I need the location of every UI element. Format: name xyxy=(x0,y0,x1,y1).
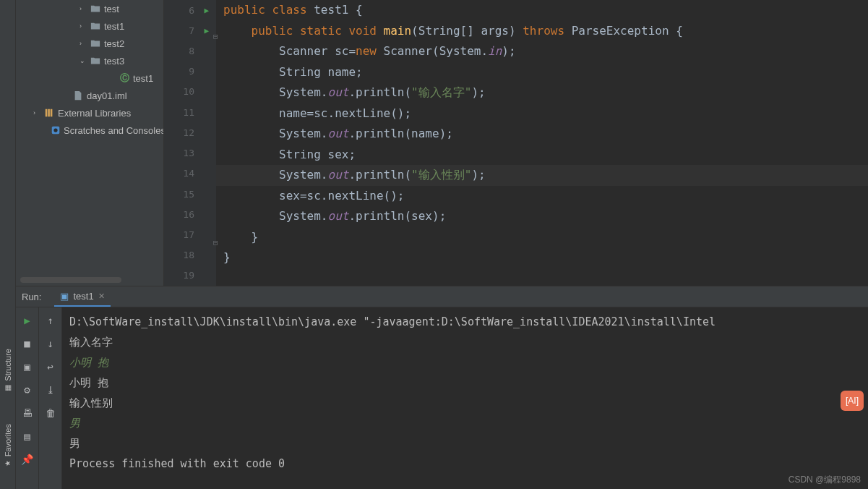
console-line: 男 xyxy=(69,413,861,433)
code-line[interactable]: sex=sc.nextLine(); xyxy=(216,186,868,207)
clear-button[interactable]: 🗑 xyxy=(43,406,58,420)
left-tool-strip: ▦ Structure ★ Favorites xyxy=(0,0,16,489)
code-line[interactable]: System.out.println(name); xyxy=(216,124,868,145)
close-icon[interactable]: ✕ xyxy=(98,292,105,301)
code-line[interactable]: System.out.println("输入名字"); xyxy=(216,82,868,103)
favorites-icon: ★ xyxy=(4,460,12,467)
code-area[interactable]: public class test1 {⊟ public static void… xyxy=(216,0,868,286)
run-gutter-icon[interactable]: ▶ xyxy=(204,26,209,35)
code-line[interactable]: String sex; xyxy=(216,145,868,166)
soft-wrap-button[interactable]: ↩ xyxy=(43,360,58,374)
gutter-line[interactable]: 9 xyxy=(164,61,216,82)
console-line: Process finished with exit code 0 xyxy=(69,454,861,474)
console-line: D:\SoftWare_install\JDK\install\bin\java… xyxy=(69,312,861,332)
chevron-icon[interactable]: ⌄ xyxy=(80,57,87,64)
gutter-line[interactable]: 18 xyxy=(164,245,216,265)
run-label: Run: xyxy=(22,292,41,302)
folder-icon xyxy=(90,55,101,67)
tree-item-label: day01.iml xyxy=(87,90,127,101)
up-button[interactable]: ↑ xyxy=(43,313,58,328)
run-header: Run: ▣ test1 ✕ xyxy=(16,286,868,307)
tree-scrollbar[interactable] xyxy=(20,277,121,283)
gutter-line[interactable]: 16 xyxy=(164,204,216,224)
tree-item[interactable]: Ⓒtest1 xyxy=(16,69,163,87)
chevron-icon[interactable]: › xyxy=(80,22,87,30)
stop-button[interactable]: ■ xyxy=(20,336,35,351)
gutter-line[interactable]: 7▶ xyxy=(164,20,216,41)
pin-button[interactable]: 📌 xyxy=(20,452,35,467)
scroll-end-button[interactable]: ⤓ xyxy=(43,383,58,397)
tree-item[interactable]: ›test2 xyxy=(16,35,163,52)
favorites-tab[interactable]: ★ Favorites xyxy=(2,421,14,470)
console-line: 输入名字 xyxy=(69,332,861,352)
settings-button[interactable]: ⚙ xyxy=(20,383,35,397)
code-line[interactable]: } xyxy=(216,247,868,268)
chevron-icon[interactable]: › xyxy=(80,5,87,12)
code-line[interactable]: name=sc.nextLine(); xyxy=(216,103,868,124)
run-gutter-icon[interactable]: ▶ xyxy=(204,6,209,15)
tree-item-label: test1 xyxy=(133,73,153,84)
console-line: 小明 抱 xyxy=(69,373,861,393)
file-icon xyxy=(72,90,84,101)
gutter-line[interactable]: 8 xyxy=(164,41,216,61)
gutter-line[interactable]: 6▶ xyxy=(164,0,216,20)
editor-gutter: 6▶7▶8910111213141516171819 xyxy=(164,0,216,286)
run-tab[interactable]: ▣ test1 ✕ xyxy=(54,286,110,307)
tree-item-label: test xyxy=(104,4,119,14)
run-panel: Run: ▣ test1 ✕ ▶ ■ ▣ ⚙ 🖶 ▤ 📌 ↑ xyxy=(16,286,868,489)
folder-icon xyxy=(90,20,101,32)
svg-point-1 xyxy=(53,128,57,132)
gutter-line[interactable]: 12 xyxy=(164,122,216,143)
folder-icon xyxy=(90,38,101,49)
lib-icon xyxy=(43,107,55,119)
gutter-line[interactable]: 17 xyxy=(164,224,216,244)
code-line[interactable]: ⊟ } xyxy=(216,227,868,248)
structure-tab[interactable]: ▦ Structure xyxy=(2,346,14,395)
code-line[interactable]: Scanner sc=new Scanner(System.in); xyxy=(216,41,868,62)
gutter-line[interactable]: 14 xyxy=(164,163,216,184)
console-line: 男 xyxy=(69,433,861,454)
watermark: CSDN @编程9898 xyxy=(788,474,861,486)
code-line[interactable]: String name; xyxy=(216,62,868,83)
gutter-line[interactable]: 10 xyxy=(164,82,216,102)
down-button[interactable]: ↓ xyxy=(43,336,58,351)
tree-item[interactable]: ›External Libraries xyxy=(16,104,163,122)
project-tree[interactable]: ›test›test1›test2⌄test3Ⓒtest1day01.iml›E… xyxy=(16,0,164,286)
tree-item-label: External Libraries xyxy=(58,108,131,119)
code-editor[interactable]: 6▶7▶8910111213141516171819 public class … xyxy=(164,0,868,286)
print-button[interactable]: 🖶 xyxy=(20,406,35,420)
console-line: 小明 抱 xyxy=(69,352,861,373)
structure-label: Structure xyxy=(4,349,12,381)
gutter-line[interactable]: 19 xyxy=(164,265,216,286)
layout-button[interactable]: ▤ xyxy=(20,429,35,443)
rerun-button[interactable]: ▶ xyxy=(20,313,35,328)
tree-item-label: test1 xyxy=(104,21,124,32)
tree-item-label: test2 xyxy=(104,38,124,49)
tree-item-label: Scratches and Consoles xyxy=(64,125,164,136)
run-toolbar: ▶ ■ ▣ ⚙ 🖶 ▤ 📌 ↑ ↓ ↩ ⤓ 🗑 xyxy=(16,307,62,489)
favorites-label: Favorites xyxy=(4,424,12,456)
chevron-icon[interactable]: › xyxy=(80,40,87,47)
code-line[interactable]: ⊟ public static void main(String[] args)… xyxy=(216,21,868,42)
code-line[interactable]: public class test1 { xyxy=(216,0,868,21)
structure-icon: ▦ xyxy=(4,385,12,391)
ai-badge[interactable]: [AI] xyxy=(841,391,864,411)
folder-icon xyxy=(90,3,101,14)
class-icon: Ⓒ xyxy=(119,72,130,84)
tree-item[interactable]: ⌄test3 xyxy=(16,52,163,69)
camera-button[interactable]: ▣ xyxy=(20,360,35,374)
run-tab-label: test1 xyxy=(73,291,93,302)
code-line[interactable]: System.out.println(sex); xyxy=(216,206,868,227)
tree-item[interactable]: Scratches and Consoles xyxy=(16,122,163,139)
console-line: 输入性别 xyxy=(69,393,861,413)
gutter-line[interactable]: 11 xyxy=(164,102,216,122)
gutter-line[interactable]: 13 xyxy=(164,143,216,163)
code-line[interactable]: System.out.println("输入性别"); xyxy=(216,165,868,186)
tree-item[interactable]: ›test xyxy=(16,0,163,17)
gutter-line[interactable]: 15 xyxy=(164,184,216,204)
tree-item[interactable]: day01.iml xyxy=(16,87,163,104)
chevron-icon[interactable]: › xyxy=(33,109,40,116)
run-config-icon: ▣ xyxy=(60,291,69,302)
tree-item[interactable]: ›test1 xyxy=(16,17,163,35)
console-output[interactable]: D:\SoftWare_install\JDK\install\bin\java… xyxy=(62,307,868,489)
